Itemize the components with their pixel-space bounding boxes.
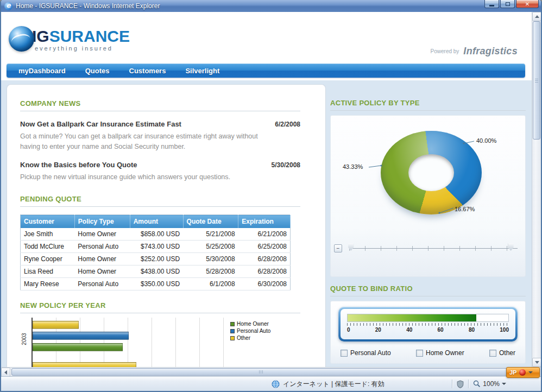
news-headline[interactable]: Know the Basics before You Quote	[20, 161, 137, 169]
vertical-scroll-track[interactable]	[532, 21, 541, 358]
zoom-control[interactable]: 100%	[473, 380, 506, 388]
customer-link[interactable]: Mary Reese	[21, 278, 75, 290]
pending-quote-heading: PENDING QUOTE	[20, 195, 300, 203]
company-news-heading: COMPANY NEWS	[20, 99, 300, 108]
customer-link[interactable]: Lisa Reed	[21, 265, 75, 278]
minimize-button[interactable]	[484, 0, 499, 8]
browser-viewport: IGSURANCE everything insured Powered by …	[1, 12, 541, 367]
active-policy-chart-panel: 40.00% 43.33% 16.67% −	[330, 115, 526, 277]
scroll-left-button[interactable]	[1, 368, 10, 377]
powered-by-label: Powered by	[431, 48, 459, 54]
amount-cell: $252.00 USD	[130, 253, 183, 265]
expiration-cell: 6/28/2008	[238, 253, 291, 265]
amount-cell: $350.00 USD	[130, 278, 183, 290]
bar-chart-category-label: 2003	[21, 333, 27, 345]
browser-window: e Home - IGSURANCE - Windows Internet Ex…	[0, 0, 542, 392]
news-item: Now Get a Ballpark Car Insurance Estimat…	[20, 120, 300, 152]
news-date: 6/2/2008	[275, 121, 300, 128]
scroll-down-button[interactable]	[532, 358, 541, 367]
gauge-tick-label: 100	[500, 327, 509, 333]
quote-date-cell: 5/21/2008	[183, 228, 238, 241]
quote-date-cell: 5/28/2008	[183, 265, 238, 278]
logo-sphere-icon	[9, 26, 34, 52]
news-body: Got a minute? You can get a ballpark car…	[20, 131, 264, 152]
filter-personal-auto[interactable]: Personal Auto	[341, 349, 391, 357]
col-header-amount[interactable]: Amount	[130, 215, 183, 229]
horizontal-scrollbar[interactable]	[1, 367, 541, 376]
horizontal-scroll-thumb[interactable]	[11, 368, 510, 376]
slice-label-yellow: 16.67%	[455, 206, 475, 212]
left-panel: COMPANY NEWS Now Get a Ballpark Car Insu…	[7, 84, 326, 367]
gauge-track	[347, 314, 509, 322]
scroll-up-button[interactable]	[532, 12, 541, 21]
gauge-tick-label: 60	[438, 327, 444, 333]
legend-label: Other	[237, 335, 250, 341]
nav-item-silverlight[interactable]: Silverlight	[175, 67, 229, 75]
infragistics-logo: Infragistics	[463, 46, 518, 57]
customer-link[interactable]: Ryne Cooper	[21, 253, 75, 265]
customer-link[interactable]: Joe Smith	[21, 228, 75, 241]
slider-decrease-button[interactable]: −	[334, 244, 342, 252]
col-header-policy-type[interactable]: Policy Type	[74, 215, 130, 229]
policy-type-cell: Home Owner	[74, 253, 130, 265]
news-date: 5/30/2008	[272, 161, 300, 169]
expiration-cell: 6/28/2008	[238, 265, 291, 278]
col-header-quote-date[interactable]: Quote Date	[183, 215, 238, 229]
donut-chart[interactable]	[381, 131, 482, 214]
bar-chart-plot-area	[31, 318, 225, 367]
dashboard-content: COMPANY NEWS Now Get a Ballpark Car Insu…	[1, 80, 532, 367]
policy-type-cell: Home Owner	[74, 228, 130, 241]
legend-item: Home Owner	[230, 321, 270, 327]
slider-track[interactable]	[349, 242, 518, 256]
ime-options-caret[interactable]	[528, 371, 533, 374]
policy-type-cell: Personal Auto	[74, 241, 130, 253]
col-header-expiration[interactable]: Expiration	[238, 215, 291, 229]
expiration-cell: 6/25/2008	[238, 241, 291, 253]
zoom-dropdown-caret	[502, 383, 506, 385]
table-header-row: Customer Policy Type Amount Quote Date E…	[21, 215, 291, 229]
globe-icon	[272, 380, 280, 388]
ime-mode-icon[interactable]	[519, 369, 526, 376]
main-nav: myDashboard Quotes Customers Silverlight	[7, 64, 525, 78]
slice-label-green: 43.33%	[343, 163, 363, 170]
checkbox-home-owner[interactable]	[416, 350, 423, 357]
active-policy-heading: ACTIVE POLICY BY TYPE	[330, 99, 526, 107]
expiration-cell: 6/30/2008	[238, 278, 291, 290]
shield-icon	[457, 380, 464, 388]
pending-quote-table: Customer Policy Type Amount Quote Date E…	[20, 214, 291, 290]
hbar	[33, 321, 79, 329]
gauge-tick-label: 20	[375, 327, 381, 333]
nav-item-mydashboard[interactable]: myDashboard	[9, 67, 75, 75]
vertical-scrollbar[interactable]	[532, 12, 541, 367]
filter-home-owner[interactable]: Home Owner	[416, 349, 464, 357]
slider-line	[349, 248, 518, 249]
security-zone-text: インターネット | 保護モード: 有効	[283, 380, 385, 389]
window-controls: ✕	[484, 0, 539, 8]
checkbox-label: Other	[499, 349, 515, 357]
igsurance-logo: IGSURANCE everything insured	[9, 26, 130, 52]
news-item: Know the Basics before You Quote 5/30/20…	[20, 161, 300, 182]
nav-item-quotes[interactable]: Quotes	[75, 67, 119, 75]
new-policy-heading: NEW POLICY PER YEAR	[20, 301, 300, 309]
news-headline[interactable]: Now Get a Ballpark Car Insurance Estimat…	[20, 120, 181, 128]
zoom-level: 100%	[483, 380, 500, 388]
ime-language-label: JP	[509, 369, 516, 376]
nav-item-customers[interactable]: Customers	[119, 67, 176, 75]
ime-language-bar[interactable]: JP	[506, 367, 540, 378]
policy-type-cell: Home Owner	[74, 265, 130, 278]
gauge-fill	[348, 314, 476, 321]
checkbox-personal-auto[interactable]	[341, 350, 348, 357]
col-header-customer[interactable]: Customer	[21, 215, 75, 229]
quote-date-cell: 6/1/2008	[183, 278, 238, 290]
right-panel: ACTIVE POLICY BY TYPE	[330, 99, 526, 364]
maximize-button[interactable]	[500, 0, 515, 8]
chart-range-slider: −	[334, 242, 522, 256]
close-button[interactable]: ✕	[516, 0, 539, 8]
horizontal-scroll-track[interactable]	[10, 368, 522, 376]
news-body: Pickup the new virtual insurance guide w…	[20, 172, 264, 182]
customer-link[interactable]: Todd McClure	[21, 241, 75, 253]
gauge-tick-label: 80	[469, 327, 475, 333]
vertical-scroll-thumb[interactable]	[533, 21, 540, 140]
filter-other[interactable]: Other	[489, 349, 515, 357]
checkbox-other[interactable]	[489, 350, 496, 357]
